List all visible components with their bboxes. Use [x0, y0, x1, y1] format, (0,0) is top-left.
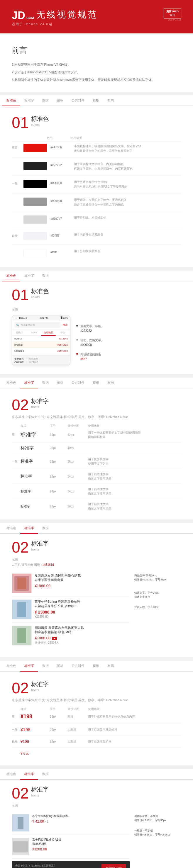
header-badge: 更新JHED 规范 — [164, 8, 181, 19]
typo-section-1: 02 标准字 fronts 京东基准中字体为 中文: 东文雅黑体 样式:常用 英… — [0, 389, 193, 520]
phone-mockup: ••••• BELL ᵽ 4:21 PM ▉ 22% 🔍 搜索1搜索商 搜索 樱… — [12, 315, 71, 365]
tab5-data[interactable]: 数据 — [38, 661, 53, 671]
typo-row-2: 标准字 30px 40px — [12, 445, 181, 454]
tab5-template[interactable]: 模板 — [89, 661, 103, 671]
typo-example-section: 02 标准字 fronts 示例 以手机 请号为例 图级：#c8161d 夏装新… — [0, 534, 193, 657]
tab-bar-2: 标准色 标准字 数据 — [0, 271, 193, 281]
product-item-2: 苏宁午特Spring 春装新款粉柏连衣裙超显身牛仔长款 多种款.... ¥ 23… — [12, 596, 130, 623]
tab5-common[interactable]: 公共对件 — [67, 661, 89, 671]
tab6-color[interactable]: 标准色 — [2, 769, 20, 779]
tab3-template[interactable]: 模板 — [89, 378, 103, 388]
cart-bottom-bar: 合计 (小计: ¥71180.00 (实际已定)) ¥ 4288.00 去结算 … — [12, 861, 130, 868]
color-row-3: 一般 #000000 用于更通俗标示绘色 导购适当对换说明/标注性说明文字等使用… — [12, 180, 181, 193]
cart-example-section: 02 标准字 fronts 示例 苏宁午特Spring 春装新款春... ¥ 4… — [0, 780, 193, 868]
tab3-data[interactable]: 数据 — [38, 378, 53, 388]
tab4-color[interactable]: 标准色 — [2, 523, 20, 533]
badge-line2: 规范 — [166, 13, 178, 17]
jd-logo: JD — [12, 10, 25, 21]
color-annotations: 重要文字、标签。#222222 辅助，次要文字。#000000 内容描述的颜色#… — [76, 315, 181, 365]
price-row-1: 重 ¥198 36px 图稿 用于补充价格显示购物信息信息内容 — [12, 714, 181, 723]
typo-annotations: 商品名称 字号70px 销售价#222222、字号36px 错误文字、字号24p… — [134, 570, 181, 648]
logo-area: JD .COM 无线视觉规范 — [12, 9, 181, 21]
typo-row-5: 标准字 24px 34px 用于辅助性文字描述文字使用场景 — [12, 487, 181, 499]
price-row-3: 轻放 ¥198 26px 大图稿 用于次级商品价格 — [12, 739, 181, 747]
typo-row-3: 一般 标准字 28px 36px 用于较多的文字使用于文字为主 — [12, 457, 181, 469]
preface-p1: 1.本规范范围用于京东iPhone V4.0改版。 — [12, 61, 181, 68]
tab3-common[interactable]: 公共对件 — [67, 378, 89, 388]
header-date: 2014/07/18 — [168, 18, 181, 21]
jd-com: .COM — [26, 16, 34, 20]
cart-annotations: 购物车价格：不加粗 销售价#c8161d、字号36px 一般价：不加粗 销售价#… — [134, 811, 181, 868]
product-item-3: 圆领服装 夏装森农自然休闲宽大风棉麻连衣裙轻袖 绿色 M码 ¥1888.00 ❤… — [12, 623, 130, 648]
tab3-color[interactable]: 标准色 — [2, 378, 20, 388]
tab-data[interactable]: 数据 — [38, 95, 53, 105]
preface-p3: 3.此期间中标注的字体为设计稿在windows系统下使用字体，开发时数按配成相应… — [12, 76, 181, 83]
tab-icon[interactable]: 图标 — [53, 95, 67, 105]
typo-row-4: 标准字 26px 34px 用于辅助性文字描述文字使用场景 — [12, 472, 181, 484]
cart-item-1: 苏宁午特Spring 春装新款春... ¥ 42.00 ×1 — [12, 811, 130, 835]
badge-line1: 更新JHED — [166, 10, 178, 13]
tab3-layout[interactable]: 布局 — [103, 378, 118, 388]
tab-common[interactable]: 公共对件 — [67, 95, 89, 105]
color-row-6: 轻放 #f3f3f7 用于内容外框填充颜色 — [12, 232, 181, 245]
tab2-typo[interactable]: 标准字 — [20, 271, 38, 281]
tab2-data[interactable]: 数据 — [38, 271, 53, 281]
tab5-color[interactable]: 标准色 — [2, 661, 20, 671]
color-row-1: 重要 #e4130b 小面积标注用于吸引眼球用的突出文字、按钮和Icon收纳是最… — [12, 144, 181, 158]
color-section: 01 标准色 colors 色号 使用场景 重要 #e4130b 小面积标注用于… — [0, 106, 193, 267]
tab-typo[interactable]: 标准字 — [20, 95, 38, 105]
header: JD .COM 无线视觉规范 适用于 iPhone V4.0端 更新JHED 规… — [0, 0, 193, 33]
tab-bar-3: 标准色 标准字 数据 图标 公共对件 模板 布局 — [0, 378, 193, 389]
tab3-typo[interactable]: 标准字 — [20, 378, 38, 389]
preface-title: 前言 — [12, 45, 181, 55]
tab4-data[interactable]: 数据 — [38, 523, 53, 533]
preface-content: 1.本规范范围用于京东iPhone V4.0改版。 2.设计基于iPhone6&… — [12, 61, 181, 83]
tab5-icon[interactable]: 图标 — [53, 661, 67, 671]
preface-p2: 2.设计基于iPhone6&6x13.5倍图辅助片寸设计。 — [12, 69, 181, 75]
tab5-typo[interactable]: 标准字 — [20, 661, 38, 672]
product-item-1: 夏装新款女装 农民时尚修心绣花-衣半袖两件套套套装 ¥1888.00 — [12, 570, 130, 596]
cart-item-2: 富士FUJIFILM X-A1微蓝单反相机 ¥1288.00 — [12, 835, 130, 859]
tab4-typo[interactable]: 标准字 — [20, 523, 38, 534]
tab-bar-1: 标准色 标准字 数据 图标 公共对件 模板 布局 — [0, 95, 193, 106]
color-row-7: #ffffff 用于分割模块的颜色 — [12, 249, 181, 257]
price-row-2: 一般 ¥198 30px 大图稿 用于页面显示商品价格 — [12, 727, 181, 736]
color-row-2: #222222 用于重要标注文字绘色、内页标题颜色标题文字颜色、内容标题颜色、内… — [12, 162, 181, 176]
preface-section: 前言 1.本规范范围用于京东iPhone V4.0改版。 2.设计基于iPhon… — [0, 33, 193, 92]
typo-row-1: 重 标准字 36px 42px 用于一些比较重要的文字或标题使用场景比如弹框标题 — [12, 430, 181, 442]
tab-layout[interactable]: 布局 — [103, 95, 118, 105]
header-subtitle: 适用于 iPhone V4.0端 — [12, 22, 181, 26]
price-typo-section: 02 标准字 fronts 京东基准中字体为 中文: 东文雅黑体 样式:常用 英… — [0, 672, 193, 766]
color-row-4: #999999 用于辅助、次要的文字绘色、更通俗标签适合于更通俗适合一标签性文字… — [12, 197, 181, 211]
tab-bar-4: 标准色 标准字 数据 — [0, 523, 193, 534]
tab3-icon[interactable]: 图标 — [53, 378, 67, 388]
tab-bar-6: 标准色 标准字 数据 — [0, 769, 193, 780]
tab-template[interactable]: 模板 — [89, 95, 103, 105]
color-section-title-en: colors — [31, 123, 49, 126]
tab2-color[interactable]: 标准色 — [2, 271, 20, 281]
color-example-section: 01 标准色 colors 示例 ••••• BELL ᵽ 4:21 PM ▉ … — [0, 281, 193, 374]
tab6-typo[interactable]: 标准字 — [20, 769, 38, 780]
tab6-data[interactable]: 数据 — [38, 769, 53, 779]
color-section-number: 01 — [12, 115, 29, 130]
header-title: 无线视觉规范 — [36, 9, 98, 21]
tab5-layout[interactable]: 布局 — [103, 661, 118, 671]
typo-row-6: 标准字 22px 30px 用于辅助性文字描述文字使用场景 — [12, 502, 181, 510]
checkout-button[interactable]: 去结算 (16) — [102, 864, 126, 868]
color-section-title-cn: 标准色 — [31, 115, 49, 123]
price-row-4: ¥ 0元 — [12, 751, 181, 756]
color-section-number2: 01 标准色 colors — [12, 287, 181, 303]
color-row-5: #d7d7d7 用于分割线、相关辅助动 — [12, 215, 181, 228]
tab-color[interactable]: 标准色 — [2, 95, 20, 106]
tab-bar-5: 标准色 标准字 数据 图标 公共对件 模板 布局 — [0, 661, 193, 672]
